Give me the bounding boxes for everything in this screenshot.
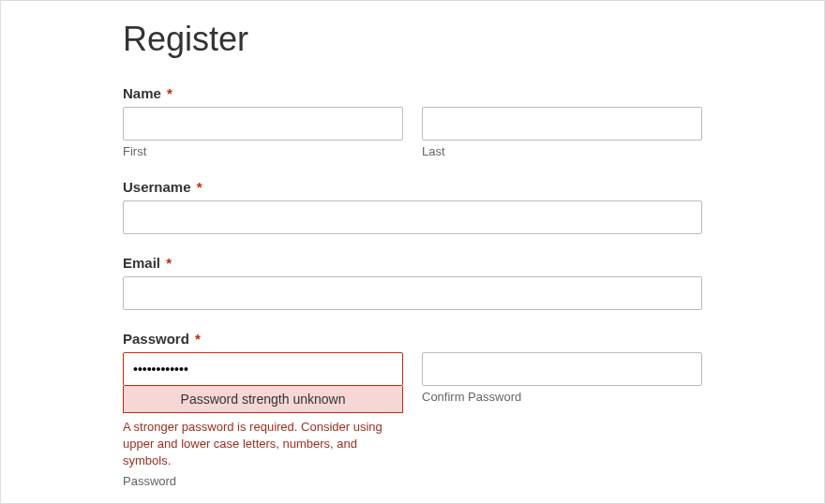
name-field-group: Name * First Last xyxy=(123,85,702,158)
first-name-input[interactable] xyxy=(123,107,403,141)
email-input[interactable] xyxy=(123,276,702,310)
first-name-sublabel: First xyxy=(123,144,403,158)
password-input[interactable] xyxy=(123,352,403,386)
last-name-input[interactable] xyxy=(422,107,702,141)
username-label-text: Username xyxy=(123,179,191,195)
email-field-group: Email * xyxy=(123,255,702,310)
password-sublabel: Password xyxy=(123,474,403,488)
required-marker: * xyxy=(166,255,172,271)
required-marker: * xyxy=(195,331,201,347)
email-label-text: Email xyxy=(123,255,160,271)
required-marker: * xyxy=(197,179,202,195)
password-strength-indicator: Password strength unknown xyxy=(123,386,403,413)
password-label: Password * xyxy=(123,331,702,347)
password-field-group: Password * Password strength unknown A s… xyxy=(123,331,702,488)
required-marker: * xyxy=(167,85,172,101)
email-label: Email * xyxy=(123,255,702,271)
username-input[interactable] xyxy=(123,200,702,234)
password-label-text: Password xyxy=(123,331,189,347)
page-title: Register xyxy=(123,20,702,59)
password-validation-message: A stronger password is required. Conside… xyxy=(123,419,385,470)
last-name-sublabel: Last xyxy=(422,144,702,158)
username-label: Username * xyxy=(123,179,702,195)
username-field-group: Username * xyxy=(123,179,702,234)
name-label: Name * xyxy=(123,85,702,101)
confirm-password-sublabel: Confirm Password xyxy=(422,390,702,404)
confirm-password-input[interactable] xyxy=(422,352,702,386)
name-label-text: Name xyxy=(123,85,161,101)
